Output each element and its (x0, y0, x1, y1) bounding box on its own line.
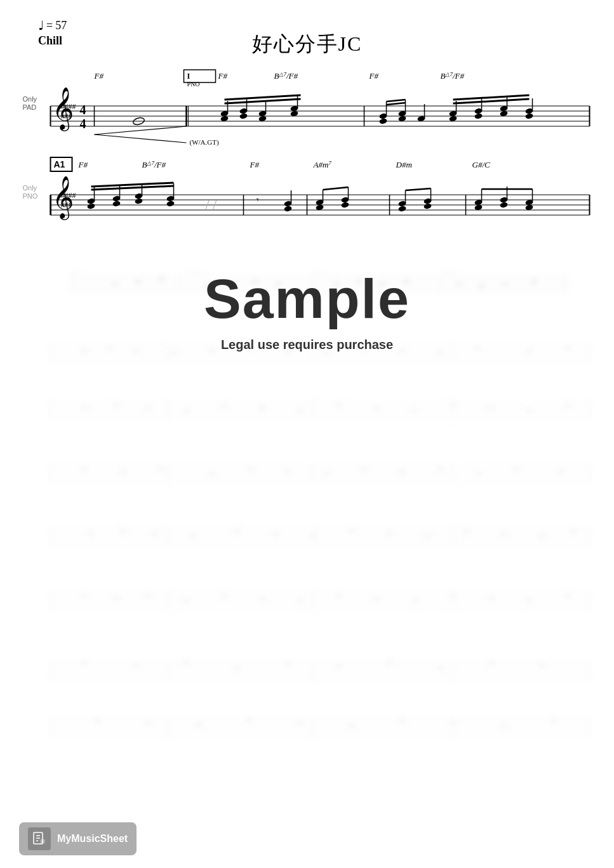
note-symbol: ♩ (38, 18, 44, 33)
svg-point-315 (398, 718, 407, 723)
svg-point-221 (208, 471, 217, 477)
svg-point-289 (81, 661, 90, 666)
svg-point-223 (284, 469, 293, 474)
svg-point-313 (297, 720, 305, 725)
style-mark: Chill (38, 34, 67, 48)
svg-point-246 (271, 531, 280, 536)
svg-line-48 (387, 100, 406, 102)
svg-point-105 (135, 198, 143, 205)
svg-point-245 (233, 529, 242, 534)
svg-point-153 (331, 280, 340, 287)
svg-text:F#: F# (218, 71, 228, 81)
svg-point-310 (144, 720, 153, 725)
svg-text:B△7/F#: B△7/F# (142, 160, 166, 169)
svg-point-312 (246, 718, 255, 723)
svg-text:B△7/F#: B△7/F# (185, 268, 204, 275)
svg-point-248 (347, 529, 356, 534)
svg-point-172 (131, 348, 140, 353)
page-title: 好心分手JC (38, 18, 576, 58)
brand-logo-icon: ♪ (32, 831, 47, 846)
svg-point-225 (360, 466, 369, 471)
svg-point-146 (110, 280, 119, 287)
svg-point-194 (81, 405, 90, 411)
svg-point-205 (487, 405, 496, 411)
score-system-2: A1 F# B△7/F# F# A#m7 D#m G#/C Only PNO 𝄞… (0, 154, 614, 236)
svg-point-250 (424, 534, 432, 539)
svg-point-104 (112, 201, 121, 207)
svg-point-293 (284, 661, 293, 666)
svg-point-65 (474, 113, 483, 120)
svg-point-290 (131, 663, 140, 668)
svg-text:PNO: PNO (23, 192, 38, 200)
svg-point-173 (170, 351, 178, 356)
svg-point-199 (258, 405, 267, 411)
svg-text:Only: Only (23, 184, 37, 192)
svg-point-314 (347, 723, 356, 728)
svg-text:A#m7: A#m7 (444, 268, 458, 275)
svg-text:####: #### (61, 102, 76, 111)
svg-text:Only: Only (23, 95, 37, 103)
svg-text:PNO: PNO (187, 81, 200, 88)
svg-point-296 (436, 666, 445, 671)
svg-line-28 (95, 135, 187, 143)
svg-point-219 (119, 469, 128, 474)
svg-line-123 (406, 188, 431, 190)
svg-point-159 (500, 280, 509, 287)
svg-point-176 (284, 348, 293, 353)
svg-point-171 (106, 346, 115, 351)
svg-point-155 (378, 280, 387, 287)
svg-point-266 (112, 596, 121, 601)
svg-text:I: I (187, 72, 190, 81)
svg-point-291 (182, 661, 191, 666)
svg-point-198 (220, 403, 229, 408)
svg-point-52 (379, 118, 388, 125)
svg-point-298 (538, 663, 547, 668)
svg-point-297 (487, 661, 496, 666)
svg-text:D#m: D#m (396, 160, 412, 169)
svg-line-49 (387, 103, 406, 105)
svg-line-27 (95, 126, 187, 135)
svg-point-175 (246, 346, 255, 351)
page: ♩ = 57 Chill 好心分手JC Only PAD F# I PNO F#… (0, 0, 614, 868)
svg-line-116 (323, 187, 349, 190)
svg-point-183 (563, 346, 572, 351)
svg-point-318 (551, 718, 559, 723)
svg-text:F#: F# (78, 160, 88, 169)
svg-point-228 (474, 471, 483, 477)
svg-text:4: 4 (80, 117, 86, 131)
svg-point-277 (525, 598, 534, 603)
svg-point-125 (424, 203, 432, 210)
blurred-content: F# B△7/F# F# A#m7 (0, 246, 614, 771)
svg-point-218 (81, 466, 90, 471)
svg-point-265 (81, 593, 90, 598)
svg-point-118 (341, 202, 350, 209)
svg-point-230 (557, 469, 566, 474)
svg-text:B△7/F#: B△7/F# (441, 71, 465, 81)
svg-point-106 (166, 201, 175, 207)
svg-text:F#: F# (72, 268, 78, 275)
svg-point-272 (335, 593, 344, 598)
svg-point-229 (512, 466, 521, 471)
svg-point-317 (500, 723, 509, 728)
svg-point-295 (385, 661, 394, 666)
svg-point-182 (525, 348, 534, 353)
svg-point-292 (233, 666, 242, 671)
staff-svg-2: A1 F# B△7/F# F# A#m7 D#m G#/C Only PNO 𝄞… (19, 154, 595, 236)
svg-text:F#: F# (369, 71, 379, 81)
svg-point-41 (239, 113, 248, 120)
svg-point-224 (322, 471, 331, 477)
svg-point-243 (150, 531, 159, 536)
tempo-section: ♩ = 57 Chill (38, 18, 67, 48)
svg-point-269 (220, 593, 229, 598)
svg-point-242 (119, 529, 128, 534)
svg-point-200 (297, 408, 305, 413)
svg-point-196 (144, 405, 153, 411)
svg-point-270 (258, 596, 267, 601)
svg-point-174 (208, 348, 217, 353)
svg-point-170 (81, 348, 90, 353)
svg-text:F#: F# (250, 160, 260, 169)
svg-text:PAD: PAD (23, 103, 37, 111)
svg-text:B△7/F#: B△7/F# (274, 71, 298, 81)
svg-text:/ /: / / (206, 197, 218, 213)
staff-svg-1: Only PAD F# I PNO F# B△7/F# F# B△7/F# 𝄞 … (19, 65, 595, 147)
